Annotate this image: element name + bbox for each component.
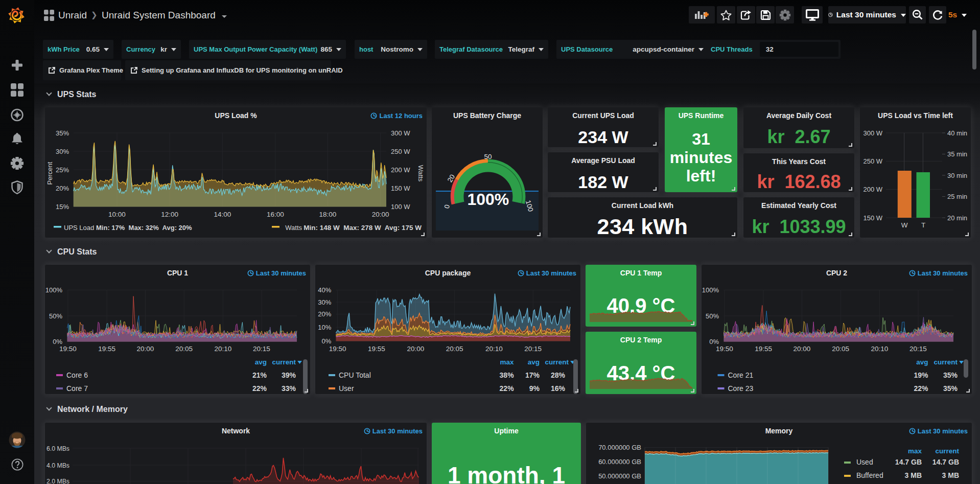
svg-text:22%: 22% [500,384,515,393]
svg-text:39%: 39% [282,371,296,379]
svg-text:20:00: 20:00 [137,345,154,353]
svg-text:10%: 10% [318,324,331,331]
svg-text:20:05: 20:05 [832,345,849,353]
svg-text:0%: 0% [53,338,62,345]
svg-text:40%: 40% [318,286,331,294]
svg-text:20:05: 20:05 [446,345,463,353]
svg-text:50%: 50% [49,312,62,320]
svg-text:17%: 17% [525,371,540,379]
svg-text:Core 21: Core 21 [728,371,754,379]
svg-text:20%: 20% [318,310,331,318]
svg-text:19:50: 19:50 [716,345,733,353]
svg-text:33%: 33% [282,384,296,393]
svg-text:max: max [908,447,922,455]
svg-text:Percent: Percent [46,162,54,185]
svg-text:60.000000 GB: 60.000000 GB [598,458,641,466]
svg-text:30%: 30% [56,148,69,155]
svg-text:150 W: 150 W [391,185,410,192]
svg-text:38%: 38% [500,371,515,379]
svg-text:35 min: 35 min [947,150,967,158]
svg-text:300 W: 300 W [391,129,410,137]
svg-text:30%: 30% [318,298,331,306]
svg-text:Min: 17% Max: 32% Avg: 20%: Min: 17% Max: 32% Avg: 20% [96,224,192,232]
svg-text:35%: 35% [56,129,69,137]
svg-text:19%: 19% [914,371,928,379]
svg-text:70.000000 GB: 70.000000 GB [598,444,641,451]
svg-text:25 min: 25 min [947,193,967,200]
svg-text:current: current [545,358,569,366]
svg-text:Min: 148 W Max: 278 W Avg: 1: Min: 148 W Max: 278 W Avg: 175 W [304,224,422,232]
svg-text:Buffered: Buffered [856,471,883,479]
svg-text:14.7 GB: 14.7 GB [932,458,959,466]
svg-text:0%: 0% [322,337,332,345]
svg-text:Watts: Watts [285,224,302,232]
svg-text:10:00: 10:00 [108,211,126,218]
svg-text:19:55: 19:55 [755,345,772,353]
svg-text:2.0 MBs: 2.0 MBs [46,478,69,484]
svg-text:current: current [935,447,959,455]
svg-text:19:55: 19:55 [368,345,385,353]
svg-text:20:05: 20:05 [175,345,193,353]
svg-text:20:15: 20:15 [909,345,927,353]
svg-text:19:50: 19:50 [59,345,77,353]
svg-text:35%: 35% [943,384,958,393]
svg-text:current: current [272,358,296,366]
svg-text:Used: Used [856,458,873,466]
svg-text:22%: 22% [914,384,928,393]
svg-text:16:00: 16:00 [267,211,284,218]
svg-text:T: T [921,221,925,229]
svg-text:avg: avg [916,358,928,366]
svg-text:21%: 21% [252,371,267,379]
svg-text:Core 23: Core 23 [728,384,754,393]
svg-text:Core 7: Core 7 [66,384,88,393]
svg-text:50%: 50% [706,312,719,320]
svg-text:3 MB: 3 MB [905,471,922,479]
svg-text:20:10: 20:10 [871,345,889,353]
svg-text:250 W: 250 W [863,157,882,165]
svg-text:Core 6: Core 6 [66,371,88,379]
svg-text:14.7 GB: 14.7 GB [895,458,922,466]
svg-text:12:00: 12:00 [161,211,178,218]
svg-text:20:10: 20:10 [215,345,232,353]
svg-text:avg: avg [255,358,267,366]
svg-text:200 W: 200 W [391,166,410,174]
svg-text:40 min: 40 min [947,129,967,137]
svg-text:6.0 MBs: 6.0 MBs [46,445,69,452]
svg-text:20:10: 20:10 [485,345,503,353]
svg-text:35%: 35% [943,371,958,379]
svg-text:W: W [901,221,908,229]
svg-text:20%: 20% [56,185,69,192]
svg-text:19:55: 19:55 [98,345,115,353]
svg-text:100%: 100% [702,286,719,294]
svg-text:current: current [934,358,958,366]
svg-text:3 MB: 3 MB [942,471,959,479]
svg-text:28%: 28% [551,371,566,379]
svg-text:19:50: 19:50 [329,345,346,353]
svg-text:100%: 100% [45,286,63,294]
svg-text:22%: 22% [252,384,267,393]
svg-text:Watts: Watts [417,165,425,182]
svg-text:200 W: 200 W [863,186,882,193]
svg-text:20 min: 20 min [947,214,967,222]
svg-text:0%: 0% [709,338,719,345]
svg-text:18:00: 18:00 [319,211,337,218]
svg-text:4.0 MBs: 4.0 MBs [46,462,69,469]
svg-text:100%: 100% [467,190,509,209]
svg-text:20:00: 20:00 [372,211,389,218]
svg-text:100 W: 100 W [391,203,410,211]
svg-text:15%: 15% [56,203,69,211]
svg-text:50: 50 [484,153,492,160]
svg-text:CPU Total: CPU Total [339,371,371,379]
svg-text:150 W: 150 W [863,214,882,222]
svg-text:20:00: 20:00 [407,345,425,353]
svg-text:16%: 16% [551,384,566,393]
svg-text:avg: avg [528,358,540,366]
svg-text:20:00: 20:00 [794,345,811,353]
svg-text:UPS Load: UPS Load [64,224,94,232]
svg-text:14:00: 14:00 [214,211,231,218]
svg-text:max: max [500,358,515,366]
svg-text:300 W: 300 W [863,129,882,137]
svg-text:30 min: 30 min [947,172,967,179]
svg-text:50.000000 GB: 50.000000 GB [598,472,641,480]
svg-text:9%: 9% [529,384,540,393]
